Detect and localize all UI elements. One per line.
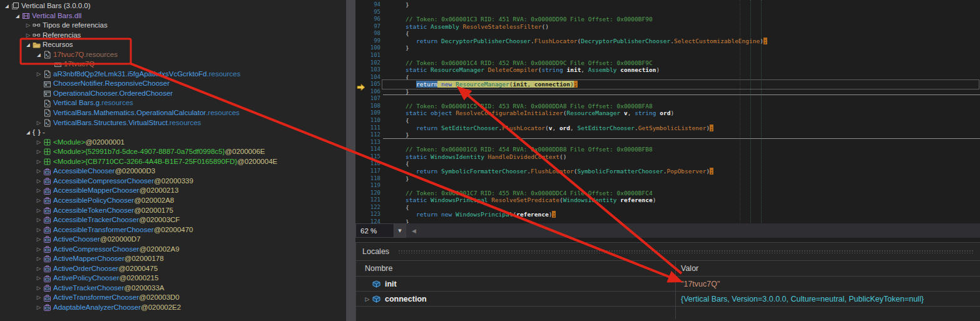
tree-item[interactable]: ▷ActiveTrackerChooser @0200033A	[0, 283, 346, 293]
expander-collapsed-icon[interactable]: ▷	[34, 254, 43, 264]
code-line: 114// Token: 0x060001C6 RID: 454 RVA: 0x…	[355, 146, 980, 153]
expander-collapsed-icon[interactable]: ▷	[34, 157, 43, 167]
tree-item[interactable]: Vertical Bars.g.resources	[0, 98, 346, 108]
column-header-nombre[interactable]: Nombre	[356, 264, 675, 273]
chevron-down-icon: ▼	[398, 228, 401, 233]
zoom-level-select[interactable]: 62 %	[355, 223, 394, 238]
tree-item[interactable]: ◢17tvuc7Q.resources	[0, 50, 346, 60]
expander-open-icon[interactable]: ◢	[13, 11, 22, 21]
module-class-icon	[43, 158, 53, 166]
line-number: 111	[355, 125, 383, 132]
references-icon	[33, 31, 43, 39]
line-number: 115	[355, 153, 383, 161]
assembly-icon	[11, 2, 21, 10]
locals-panel-titlebar[interactable]: Locales	[356, 243, 980, 260]
tree-item[interactable]: ▷ActivePolicyChooser @02000215	[0, 273, 346, 283]
expander-collapsed-icon[interactable]: ▷	[34, 176, 43, 186]
tree-item[interactable]: ▷AccessibleTokenChooser @02000175	[0, 205, 346, 215]
expander-collapsed-icon[interactable]: ▷	[34, 118, 43, 128]
tree-item[interactable]: ChooserNotifier.ResponsiveChooser	[0, 79, 346, 89]
expander-collapsed-icon[interactable]: ▷	[34, 235, 43, 245]
tree-item[interactable]: ◢Recursos	[0, 40, 346, 50]
tree-item[interactable]: 17tvuc7Q	[0, 59, 346, 69]
tree-item[interactable]: ▷AccessibleMapperChooser @02000213	[0, 186, 346, 196]
expander-collapsed-icon[interactable]: ▷	[34, 206, 43, 216]
code-line: 119	[355, 182, 980, 190]
tree-item[interactable]: ▷<Module>{52991b7d-5dce-4907-8887-0a75df…	[0, 147, 346, 157]
code-line: 94}	[355, 1, 980, 9]
variable-name: connection	[385, 295, 681, 303]
code-line: 101	[355, 52, 980, 59]
expander-collapsed-icon[interactable]: ▷	[24, 21, 33, 31]
tree-item[interactable]: ◢Vertical Bars.dll	[0, 11, 346, 21]
expander-collapsed-icon[interactable]: ▷	[34, 215, 43, 225]
expander-collapsed-icon[interactable]: ▷	[34, 225, 43, 235]
code-line: 108// Token: 0x060001C5 RID: 453 RVA: 0x…	[355, 103, 980, 110]
tree-item[interactable]: ▷ActiveCompressorChooser @020002A9	[0, 245, 346, 255]
tree-item[interactable]: ▷AccessibleChooser @020000D3	[0, 166, 346, 176]
zoom-dropdown-button[interactable]: ▼	[394, 223, 406, 238]
resource-file-icon	[43, 99, 53, 108]
expander-collapsed-icon[interactable]: ▷	[34, 69, 43, 79]
tree-item[interactable]: ▷AccessibleCompressorChooser @02000339	[0, 176, 346, 186]
tree-item[interactable]: VerticalBars.Mathematics.OperationalCalc…	[0, 108, 346, 118]
expander-collapsed-icon[interactable]: ▷	[34, 138, 43, 148]
tree-item[interactable]: OperationalChooser.OrderedChooser	[0, 89, 346, 99]
line-number: 114	[355, 146, 383, 153]
tree-item[interactable]: ▷AccessibleTransformerChooser @02000470	[0, 225, 346, 235]
expander-collapsed-icon[interactable]: ▷	[24, 31, 33, 41]
local-variable-row[interactable]: init"17tvuc7Q"	[356, 277, 980, 292]
locals-rows: init"17tvuc7Q"▷connection{Vertical Bars,…	[356, 277, 980, 307]
expander-open-icon[interactable]: ◢	[3, 1, 11, 11]
line-number: 103	[355, 66, 383, 74]
tree-item[interactable]: ▷VerticalBars.Structures.VirtualStruct.r…	[0, 118, 346, 128]
tree-item[interactable]: ▷aR3nbf8dQp2feLmk31.i5fgApatkdxsVcGcrkto…	[0, 69, 346, 79]
expander-collapsed-icon[interactable]: ▷	[34, 166, 43, 176]
horizontal-scrollbar[interactable]: ◀	[409, 223, 980, 238]
panel-splitter[interactable]	[346, 0, 355, 321]
scroll-left-arrow-icon[interactable]: ◀	[412, 228, 416, 234]
expander-collapsed-icon[interactable]: ▷	[34, 293, 43, 303]
code-line: 116{	[355, 160, 980, 168]
line-number: 121	[355, 196, 383, 204]
line-number: 113	[355, 139, 383, 146]
column-divider[interactable]	[675, 260, 676, 319]
expander-open-icon[interactable]: ◢	[34, 50, 43, 60]
local-variable-row[interactable]: ▷connection{Vertical Bars, Version=3.0.0…	[356, 292, 980, 307]
tree-item[interactable]: ▷Tipos de referencias	[0, 21, 346, 31]
expander-collapsed-icon[interactable]: ▷	[34, 283, 43, 293]
tree-item[interactable]: ▷AccessibleTrackerChooser @020003CF	[0, 215, 346, 225]
expander-collapsed-icon[interactable]: ▷	[34, 303, 43, 313]
line-number: 107	[355, 95, 383, 103]
line-number: 109	[355, 110, 383, 117]
tree-item[interactable]: ◢Vertical Bars (3.0.0.0)	[0, 1, 346, 11]
line-number: 119	[355, 182, 383, 190]
expander-collapsed-icon[interactable]: ▷	[34, 264, 43, 274]
tree-item[interactable]: ▷ActiveTransformerChooser @020003D0	[0, 293, 346, 303]
tree-item[interactable]: ◢{ }-	[0, 128, 346, 138]
line-number: 118	[355, 175, 383, 183]
tree-item[interactable]: ▷<Module> @02000001	[0, 138, 346, 148]
line-number: 102	[355, 59, 383, 67]
module-icon	[22, 12, 32, 20]
expander-collapsed-icon[interactable]: ▷	[34, 147, 43, 157]
tree-item[interactable]: ▷ActiveChooser @020000D7	[0, 235, 346, 245]
column-header-valor[interactable]: Valor	[675, 264, 698, 273]
tree-item[interactable]: ▷AdaptableAnalyzerChooser @020002E2	[0, 303, 346, 313]
editor-bottom-bar: 62 % ▼ ◀	[355, 223, 980, 238]
tree-item[interactable]: ▷Referencias	[0, 31, 346, 41]
tree-item[interactable]: ▷ActiveMapperChooser @02000178	[0, 254, 346, 264]
expander-collapsed-icon[interactable]: ▷	[362, 296, 372, 302]
expander-open-icon[interactable]: ◢	[24, 40, 33, 50]
tree-item[interactable]: ▷<Module>{CB7710CC-3266-4A4B-B1E7-25F016…	[0, 157, 346, 167]
tree-item[interactable]: ▷AccessiblePolicyChooser @020002A8	[0, 196, 346, 206]
expander-collapsed-icon[interactable]: ▷	[34, 273, 43, 283]
class-icon	[43, 196, 53, 205]
expander-collapsed-icon[interactable]: ▷	[34, 196, 43, 206]
line-number: 97	[355, 23, 383, 31]
expander-collapsed-icon[interactable]: ▷	[34, 186, 43, 196]
expander-open-icon[interactable]: ◢	[24, 128, 33, 138]
expander-collapsed-icon[interactable]: ▷	[34, 245, 43, 255]
tree-item[interactable]: ▷ActiveOrderChooser @02000475	[0, 264, 346, 274]
current-statement-arrow-icon	[357, 81, 365, 88]
